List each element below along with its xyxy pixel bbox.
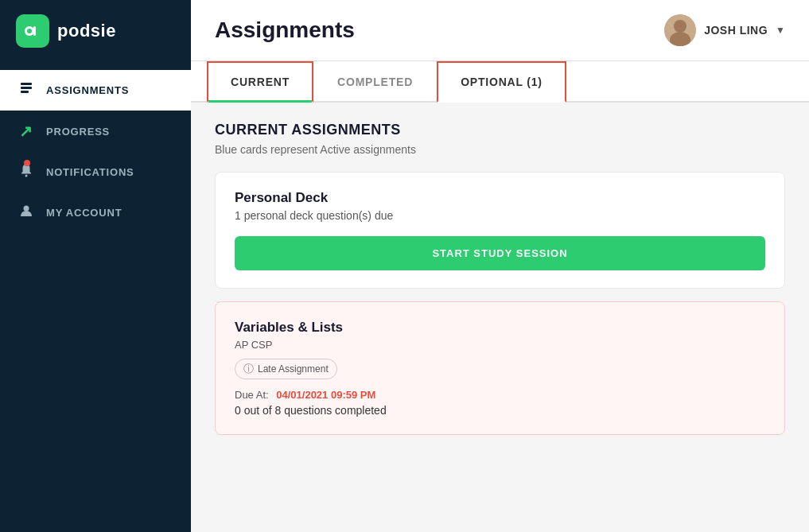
sidebar-item-progress[interactable]: ↗ PROGRESS	[0, 111, 191, 152]
sidebar-item-my-account[interactable]: MY ACCOUNT	[0, 192, 191, 233]
due-date: 04/01/2021 09:59 PM	[276, 389, 375, 401]
svg-point-9	[674, 20, 686, 33]
logo-text: podsie	[57, 21, 116, 41]
tab-label: CURRENT	[231, 76, 290, 88]
due-label: Due At: 04/01/2021 09:59 PM	[235, 389, 765, 401]
late-assignment-badge: ⓘ Late Assignment	[235, 359, 337, 379]
sidebar-item-label: MY ACCOUNT	[46, 207, 122, 219]
personal-deck-card: Personal Deck 1 personal deck question(s…	[215, 172, 785, 289]
badge-label: Late Assignment	[258, 363, 329, 375]
info-icon: ⓘ	[243, 362, 254, 376]
user-name: JOSH LING	[704, 24, 768, 37]
sidebar-item-label: ASSIGNMENTS	[46, 84, 129, 96]
account-icon	[18, 204, 35, 222]
card-title: Personal Deck	[235, 190, 765, 206]
section-title: CURRENT ASSIGNMENTS	[215, 122, 785, 138]
card-subtitle: 1 personal deck question(s) due	[235, 209, 765, 222]
dropdown-arrow-icon: ▼	[776, 25, 785, 36]
tab-label: COMPLETED	[337, 76, 413, 88]
tab-optional[interactable]: OPTIONAL (1)	[437, 61, 566, 103]
due-label-text: Due At:	[235, 389, 269, 401]
page-title: Assignments	[215, 17, 355, 43]
svg-point-6	[25, 175, 28, 177]
page-header: Assignments JOSH LING ▼	[191, 0, 809, 61]
tab-label: OPTIONAL (1)	[461, 76, 543, 88]
section-subtitle: Blue cards represent Active assignments	[215, 143, 785, 156]
sidebar-logo[interactable]: podsie	[0, 0, 191, 62]
svg-rect-2	[33, 26, 36, 36]
svg-rect-3	[21, 83, 32, 85]
progress-icon: ↗	[18, 122, 35, 141]
assignments-section: CURRENT ASSIGNMENTS Blue cards represent…	[215, 122, 785, 435]
tabs-bar: CURRENT COMPLETED OPTIONAL (1)	[191, 61, 809, 103]
sidebar-item-notifications[interactable]: NOTIFICATIONS	[0, 152, 191, 192]
svg-point-7	[24, 206, 29, 212]
sidebar-item-assignments[interactable]: ASSIGNMENTS	[0, 70, 191, 111]
notification-dot	[24, 160, 30, 166]
variables-lists-card: Variables & Lists AP CSP ⓘ Late Assignme…	[215, 301, 785, 435]
start-study-session-button[interactable]: START STUDY SESSION	[235, 236, 765, 270]
logo-icon	[16, 14, 49, 48]
tab-completed[interactable]: COMPLETED	[313, 61, 437, 103]
sidebar: podsie ASSIGNMENTS ↗ PROGRESS	[0, 0, 191, 532]
tab-current[interactable]: CURRENT	[207, 61, 313, 103]
main-content: Assignments JOSH LING ▼ CURRENT COMPLETE…	[191, 0, 809, 532]
user-menu[interactable]: JOSH LING ▼	[664, 14, 785, 46]
svg-point-1	[27, 29, 32, 33]
avatar	[664, 14, 696, 46]
card-course: AP CSP	[235, 339, 765, 351]
assignments-icon	[18, 81, 35, 99]
sidebar-navigation: ASSIGNMENTS ↗ PROGRESS NOTIFICATIONS	[0, 70, 191, 233]
progress-text: 0 out of 8 questions completed	[235, 404, 765, 417]
card-title: Variables & Lists	[235, 320, 765, 336]
svg-rect-5	[21, 91, 29, 93]
sidebar-item-label: NOTIFICATIONS	[46, 166, 134, 178]
content-area: CURRENT ASSIGNMENTS Blue cards represent…	[191, 103, 809, 532]
svg-rect-4	[21, 87, 32, 89]
sidebar-item-label: PROGRESS	[46, 126, 110, 138]
